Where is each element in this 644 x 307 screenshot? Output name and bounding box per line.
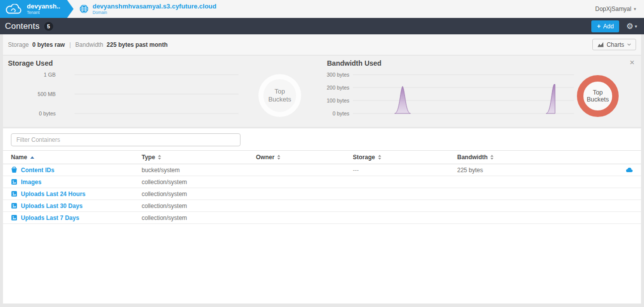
globe-icon (80, 4, 88, 13)
bandwidth-top-buckets-label: Top Buckets (584, 89, 612, 103)
y-axis-tick-label: 500 MB (38, 91, 56, 97)
collection-icon (11, 179, 17, 185)
bandwidth-cell: 225 bytes (457, 167, 613, 174)
table-header: Name Type Owner Storage Bandwidth (3, 150, 641, 164)
domain-name: devyanshmhvasamyal.s3.cyfuture.cloud (92, 3, 216, 10)
tenant-label: Tenant (27, 10, 60, 15)
sort-asc-icon (30, 156, 34, 159)
filter-bar (3, 128, 641, 150)
storage-stat-value: 0 bytes raw (32, 41, 65, 48)
bandwidth-used-chart: 300 bytes200 bytes100 bytes0 bytes (302, 74, 574, 114)
table-row: Uploads Last 24 Hourscollection/system (3, 188, 641, 200)
user-menu[interactable]: DopXjSamyal ▾ (595, 0, 644, 18)
column-header-type[interactable]: Type (142, 154, 256, 161)
charts-toggle-button[interactable]: Charts (592, 39, 636, 50)
contents-toolbar: Contents 5 + Add ⚙ ▾ (0, 18, 644, 34)
charts-panel: × Storage Used 1 GB500 MB0 bytes Top Buc… (3, 56, 641, 127)
plus-icon: + (597, 22, 601, 30)
filter-containers-input[interactable] (11, 133, 241, 146)
gear-icon: ⚙ (626, 21, 633, 31)
add-button-label: Add (603, 23, 614, 30)
container-name-link[interactable]: Uploads Last 7 Days (21, 214, 79, 221)
container-name-link[interactable]: Images (21, 179, 41, 186)
contents-count-badge: 5 (44, 22, 53, 31)
close-icon[interactable]: × (630, 58, 635, 67)
user-menu-label: DopXjSamyal (595, 5, 632, 12)
stat-divider: | (69, 41, 71, 48)
y-axis-tick-label: 1 GB (44, 72, 56, 78)
collection-icon (11, 214, 17, 221)
tenant-name: devyansh.. (27, 3, 60, 10)
cloudian-logo-icon (0, 4, 27, 14)
domain-breadcrumb[interactable]: devyanshmhvasamyal.s3.cyfuture.cloud Dom… (74, 0, 216, 18)
chevron-down-icon (627, 43, 631, 46)
chevron-down-icon: ▾ (635, 24, 637, 29)
table-row: Uploads Last 30 Dayscollection/system (3, 200, 641, 212)
y-axis-tick-label: 0 bytes (332, 110, 349, 116)
storage-chart-plot (75, 74, 239, 114)
bandwidth-chart-plot (353, 74, 574, 114)
y-axis-tick-label: 0 bytes (39, 110, 56, 116)
column-header-storage[interactable]: Storage (353, 154, 457, 161)
storage-cell: --- (353, 167, 457, 174)
main-content: Storage 0 bytes raw | Bandwidth 225 byte… (0, 34, 644, 307)
table-row: Content IDsbucket/system---225 bytes (3, 164, 641, 176)
bandwidth-chart-title: Bandwidth Used (327, 59, 382, 67)
page-title: Contents (5, 21, 40, 31)
table-body: Content IDsbucket/system---225 bytesImag… (3, 164, 641, 224)
container-name-link[interactable]: Content IDs (21, 167, 54, 174)
collection-icon (11, 191, 17, 197)
collection-icon (11, 203, 17, 209)
breadcrumb-chevron (67, 0, 74, 18)
usage-summary: Storage 0 bytes raw | Bandwidth 225 byte… (8, 41, 167, 48)
storage-chart-y-axis: 1 GB500 MB0 bytes (8, 74, 56, 114)
add-button[interactable]: + Add (591, 20, 619, 32)
storage-stat-label: Storage (8, 41, 29, 48)
top-bar: devyansh.. Tenant devyanshmhvasamyal.s3.… (0, 0, 644, 18)
chart-icon (597, 42, 604, 47)
type-cell: collection/system (142, 191, 256, 198)
table-row: Imagescollection/system (3, 176, 641, 188)
bandwidth-stat-value: 225 bytes past month (107, 41, 168, 48)
column-header-bandwidth[interactable]: Bandwidth (457, 154, 613, 161)
charts-button-label: Charts (607, 41, 624, 48)
sort-icon (158, 155, 161, 160)
containers-panel: Name Type Owner Storage Bandwidth Conten… (3, 128, 641, 304)
bandwidth-chart-y-axis: 300 bytes200 bytes100 bytes0 bytes (302, 74, 349, 114)
y-axis-tick-label: 300 bytes (326, 72, 349, 78)
sort-icon (378, 155, 381, 160)
tenant-breadcrumb[interactable]: devyansh.. Tenant (0, 0, 67, 18)
type-cell: collection/system (142, 179, 256, 186)
bucket-icon (11, 167, 17, 173)
settings-menu[interactable]: ⚙ ▾ (626, 21, 637, 31)
bandwidth-stat-label: Bandwidth (76, 41, 103, 48)
storage-top-buckets-donut: Top Buckets (258, 74, 301, 117)
container-name-link[interactable]: Uploads Last 24 Hours (21, 191, 85, 198)
sort-icon (490, 155, 493, 160)
storage-used-chart: 1 GB500 MB0 bytes (8, 74, 239, 114)
table-row: Uploads Last 7 Dayscollection/system (3, 212, 641, 224)
cloud-icon[interactable] (626, 167, 633, 173)
y-axis-tick-label: 100 bytes (326, 98, 349, 103)
container-name-link[interactable]: Uploads Last 30 Days (21, 203, 82, 209)
y-axis-tick-label: 200 bytes (326, 85, 349, 91)
type-cell: bucket/system (142, 167, 256, 174)
storage-top-buckets-label: Top Buckets (266, 88, 294, 103)
bandwidth-top-buckets-donut: Top Buckets (577, 75, 619, 117)
chevron-down-icon: ▾ (634, 6, 636, 11)
sort-icon (277, 155, 280, 160)
type-cell: collection/system (142, 214, 256, 221)
storage-chart-title: Storage Used (8, 59, 53, 67)
domain-label: Domain (92, 10, 216, 15)
type-cell: collection/system (142, 203, 256, 209)
column-header-owner[interactable]: Owner (256, 154, 353, 161)
column-header-name[interactable]: Name (11, 154, 142, 161)
usage-summary-bar: Storage 0 bytes raw | Bandwidth 225 byte… (3, 34, 641, 55)
